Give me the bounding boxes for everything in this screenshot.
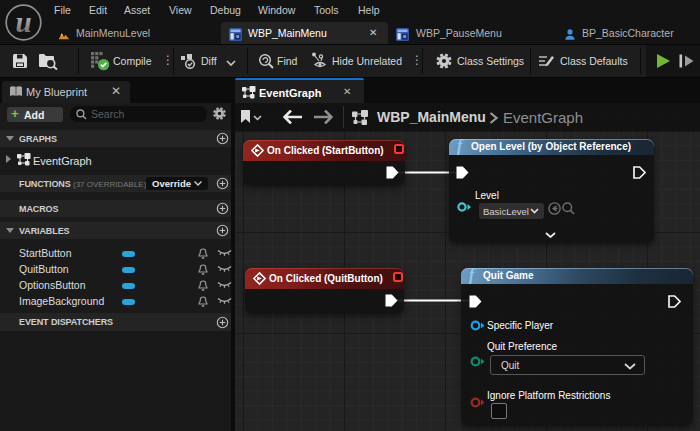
svg-text:u: u (15, 6, 31, 38)
